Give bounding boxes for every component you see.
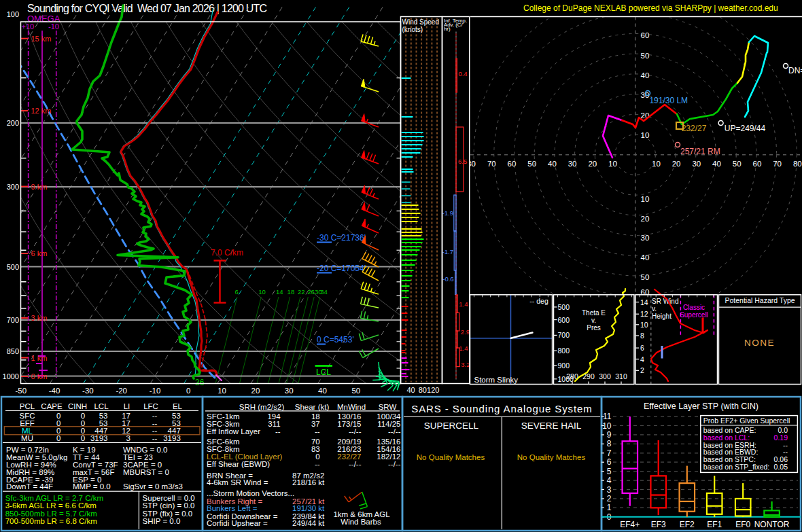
line: [215, 297, 237, 384]
label: 50: [527, 160, 536, 168]
label: DN=: [788, 66, 802, 75]
label: 11: [603, 412, 612, 421]
label: 10: [602, 421, 612, 431]
line: [361, 304, 379, 308]
box: [735, 499, 751, 516]
line: [372, 380, 380, 380]
label: EF0: [735, 520, 750, 529]
sharppy-sounding-app: Sounding for CYQI Valid Wed 07 Jan 2026 …: [0, 0, 802, 532]
label: 80: [419, 386, 427, 394]
label: hr): [444, 26, 451, 32]
label: 20: [672, 160, 681, 168]
hodograph-trace-segment: [737, 42, 749, 83]
line: [251, 7, 483, 384]
label: 700-500mb LR = 6.8 C/km: [5, 517, 97, 525]
srwind-panel[interactable]: SR Windv.HeightClassicSupercell141210864…: [635, 289, 718, 385]
sars-panel[interactable]: SARS - Sounding Analogue SystemSUPERCELL…: [402, 397, 602, 531]
pcl-row-mu[interactable]: MU0031933--3193: [21, 434, 181, 442]
label: 0.4: [458, 70, 467, 77]
storm-slinky-panel[interactable]: -- degStorm Slinky: [470, 295, 553, 385]
label: 8: [640, 332, 644, 340]
label: Supercell = 0.0: [143, 494, 195, 502]
hazard-panel[interactable]: Potential Hazard TypeNONE: [719, 295, 801, 385]
label: --/--: [388, 460, 401, 468]
line: [367, 224, 369, 228]
label: No Quality Matches: [417, 453, 485, 461]
circle: [676, 143, 680, 147]
label: 6: [640, 344, 644, 352]
path: [413, 22, 802, 384]
hodograph-panel: 6050403020101020304050601010202030304040…: [467, 0, 802, 316]
line: [150, 7, 383, 384]
line: [361, 297, 363, 304]
label: 40: [641, 253, 650, 262]
line: [373, 193, 374, 196]
label: 10: [641, 131, 650, 139]
label: 850-500mb LR = 5.7 C/km: [5, 510, 97, 518]
label: 30: [285, 387, 294, 395]
label: 6 km: [31, 249, 48, 258]
label: MnWind: [337, 403, 366, 411]
line: [184, 7, 417, 384]
label: -0.6: [442, 275, 453, 283]
line: [239, 297, 261, 384]
line: [318, 7, 551, 384]
label: LI: [124, 402, 130, 410]
circle: [718, 121, 723, 126]
label: 9: [607, 430, 612, 440]
line: [368, 36, 370, 43]
label: Corfidi Upshear =: [207, 519, 268, 527]
label: 5: [607, 467, 612, 476]
label: 3-6km AGL LR = 6.6 C/km: [5, 501, 97, 510]
box: [707, 493, 722, 514]
circle: [784, 64, 788, 69]
line: [368, 255, 372, 262]
srh-panel: SRH (m2/s2)Shear (kt)MnWindSRWSFC-1km194…: [203, 397, 402, 531]
line: [374, 262, 377, 265]
line: [366, 119, 368, 123]
label: 50: [641, 273, 650, 281]
label: 1.4: [459, 344, 468, 352]
label: EF2: [680, 520, 695, 529]
pcl-value: 12: [122, 427, 130, 435]
line: [367, 298, 369, 306]
pcl-row-ml[interactable]: ML0044712--447: [22, 427, 181, 435]
label: EF3: [651, 520, 666, 529]
label: 60: [753, 160, 762, 168]
label: 7: [607, 448, 612, 458]
label: 80: [467, 160, 476, 168]
label: 200: [7, 119, 19, 127]
label: 1: [607, 503, 612, 512]
path: [167, 22, 571, 384]
label: NONTOR: [754, 520, 790, 529]
label: 218/16 kt: [292, 478, 325, 486]
pcl-table-panel: PCLCAPECINHLCLLILFCELSFC005317--53EFF005…: [1, 397, 203, 531]
line: [117, 7, 349, 384]
line: [349, 497, 351, 500]
label: based on STP_fixed:: [703, 463, 769, 471]
label: 1.4: [459, 300, 468, 308]
line: [371, 288, 372, 292]
label: 300: [599, 372, 611, 380]
label: SRW: [379, 403, 397, 411]
line: [366, 152, 369, 159]
line: [371, 270, 375, 277]
line: [362, 272, 379, 281]
label: 120: [427, 386, 439, 394]
label: PCL: [20, 402, 35, 410]
pcl-value: 447: [168, 427, 181, 435]
pcl-value: 0: [81, 427, 85, 435]
label: 3 km: [31, 314, 48, 322]
label: EL: [173, 402, 183, 410]
label: SRH (m2/s2): [239, 403, 285, 411]
thetae-panel[interactable]: 5006007008009001000280290300310Theta Ev.…: [554, 289, 635, 385]
label: -40: [49, 387, 60, 395]
stp-panel[interactable]: Effective Layer STP (with CIN)0123456789…: [602, 397, 801, 531]
shape: [362, 151, 366, 159]
label: 50: [733, 160, 742, 168]
label: LCL: [94, 402, 109, 410]
line: [367, 315, 368, 319]
line: [393, 385, 397, 391]
sars-title: SARS - Sounding Analogue System: [411, 403, 592, 414]
label: 50: [641, 52, 650, 60]
